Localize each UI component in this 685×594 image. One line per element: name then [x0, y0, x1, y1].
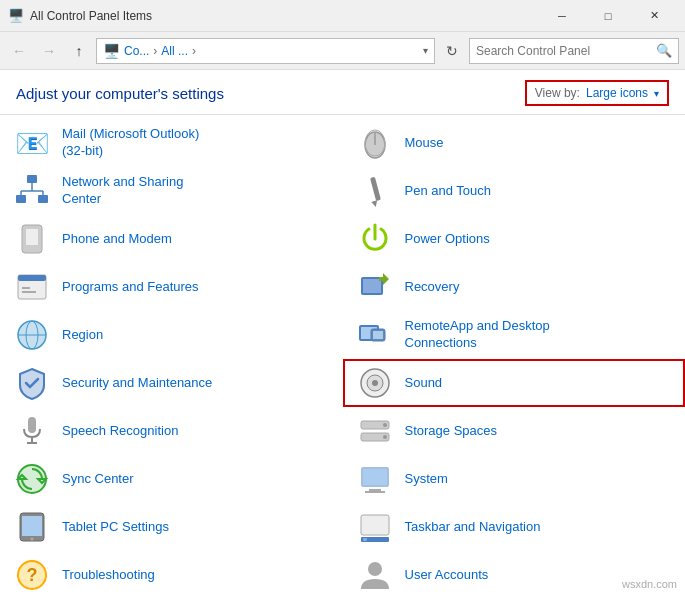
remote-icon	[355, 315, 395, 355]
content-header: Adjust your computer's settings View by:…	[0, 70, 685, 115]
svg-rect-28	[373, 331, 383, 339]
svg-point-47	[31, 538, 34, 541]
power-label: Power Options	[405, 231, 490, 248]
back-button[interactable]: ←	[6, 38, 32, 64]
svg-rect-3	[27, 175, 37, 183]
window-icon: 🖥️	[8, 8, 24, 24]
svg-rect-44	[365, 491, 385, 493]
svg-rect-19	[363, 279, 381, 293]
item-mouse[interactable]: Mouse	[343, 119, 686, 167]
sound-icon	[355, 363, 395, 403]
system-label: System	[405, 471, 448, 488]
svg-text:?: ?	[27, 565, 38, 585]
speech-icon	[12, 411, 52, 451]
item-power[interactable]: Power Options	[343, 215, 686, 263]
sync-label: Sync Center	[62, 471, 134, 488]
item-recovery[interactable]: Recovery	[343, 263, 686, 311]
item-region[interactable]: Region	[0, 311, 343, 359]
item-programs[interactable]: Programs and Features	[0, 263, 343, 311]
security-label: Security and Maintenance	[62, 375, 212, 392]
search-input[interactable]	[476, 44, 656, 58]
item-phone[interactable]: Phone and Modem	[0, 215, 343, 263]
trouble-label: Troubleshooting	[62, 567, 155, 584]
remote-label: RemoteApp and Desktop Connections	[405, 318, 550, 352]
main-content: Adjust your computer's settings View by:…	[0, 70, 685, 594]
region-icon	[12, 315, 52, 355]
network-label: Network and Sharing Center	[62, 174, 183, 208]
item-sound[interactable]: Sound	[343, 359, 686, 407]
forward-button[interactable]: →	[36, 38, 62, 64]
svg-rect-10	[369, 177, 380, 201]
navigation-bar: ← → ↑ 🖥️ Co... › All ... › ▾ ↻ 🔍	[0, 32, 685, 70]
mouse-label: Mouse	[405, 135, 444, 152]
phone-label: Phone and Modem	[62, 231, 172, 248]
item-trouble[interactable]: ?Troubleshooting	[0, 551, 343, 594]
address-bar: 🖥️ Co... › All ... › ▾	[96, 38, 435, 64]
svg-rect-4	[16, 195, 26, 203]
view-by-value[interactable]: Large icons	[586, 86, 648, 100]
svg-rect-48	[361, 515, 389, 535]
mail-label: Mail (Microsoft Outlook) (32-bit)	[62, 126, 199, 160]
item-security[interactable]: Security and Maintenance	[0, 359, 343, 407]
taskbar-icon	[355, 507, 395, 547]
recovery-label: Recovery	[405, 279, 460, 296]
phone-icon	[12, 219, 52, 259]
sound-label: Sound	[405, 375, 443, 392]
search-box: 🔍	[469, 38, 679, 64]
network-icon	[12, 171, 52, 211]
refresh-button[interactable]: ↻	[439, 38, 465, 64]
trouble-icon: ?	[12, 555, 52, 594]
svg-rect-13	[26, 229, 38, 245]
page-title: Adjust your computer's settings	[16, 85, 224, 102]
maximize-button[interactable]: □	[585, 0, 631, 32]
item-remote[interactable]: RemoteApp and Desktop Connections	[343, 311, 686, 359]
item-sync[interactable]: Sync Center	[0, 455, 343, 503]
item-storage[interactable]: Storage Spaces	[343, 407, 686, 455]
items-grid: 📧Mail (Microsoft Outlook) (32-bit)MouseN…	[0, 115, 685, 594]
user-label: User Accounts	[405, 567, 489, 584]
watermark: wsxdn.com	[622, 578, 677, 590]
address-dropdown-arrow[interactable]: ▾	[423, 45, 428, 56]
title-bar: 🖥️ All Control Panel Items ─ □ ✕	[0, 0, 685, 32]
svg-rect-32	[28, 417, 36, 433]
address-part-1[interactable]: Co...	[124, 44, 149, 58]
system-icon	[355, 459, 395, 499]
search-icon: 🔍	[656, 43, 672, 58]
sync-icon	[12, 459, 52, 499]
svg-rect-46	[22, 516, 42, 536]
window-controls: ─ □ ✕	[539, 0, 677, 32]
address-part-2[interactable]: All ...	[161, 44, 188, 58]
svg-rect-42	[363, 469, 387, 485]
power-icon	[355, 219, 395, 259]
item-pen[interactable]: Pen and Touch	[343, 167, 686, 215]
svg-point-38	[383, 435, 387, 439]
item-network[interactable]: Network and Sharing Center	[0, 167, 343, 215]
security-icon	[12, 363, 52, 403]
svg-rect-15	[18, 275, 46, 281]
items-container: 📧Mail (Microsoft Outlook) (32-bit)MouseN…	[0, 115, 685, 594]
up-button[interactable]: ↑	[66, 38, 92, 64]
item-tablet[interactable]: Tablet PC Settings	[0, 503, 343, 551]
tablet-label: Tablet PC Settings	[62, 519, 169, 536]
programs-label: Programs and Features	[62, 279, 199, 296]
close-button[interactable]: ✕	[631, 0, 677, 32]
item-system[interactable]: System	[343, 455, 686, 503]
view-by-arrow[interactable]: ▾	[654, 88, 659, 99]
region-label: Region	[62, 327, 103, 344]
window-title: All Control Panel Items	[30, 9, 539, 23]
mouse-icon	[355, 123, 395, 163]
svg-rect-5	[38, 195, 48, 203]
svg-point-54	[368, 562, 382, 576]
minimize-button[interactable]: ─	[539, 0, 585, 32]
mail-icon: 📧	[12, 123, 52, 163]
view-by-control[interactable]: View by: Large icons ▾	[525, 80, 669, 106]
taskbar-label: Taskbar and Navigation	[405, 519, 541, 536]
speech-label: Speech Recognition	[62, 423, 178, 440]
item-taskbar[interactable]: Taskbar and Navigation	[343, 503, 686, 551]
pen-icon	[355, 171, 395, 211]
svg-rect-17	[22, 291, 36, 293]
svg-marker-11	[371, 200, 378, 207]
svg-rect-50	[363, 538, 367, 541]
item-mail[interactable]: 📧Mail (Microsoft Outlook) (32-bit)	[0, 119, 343, 167]
item-speech[interactable]: Speech Recognition	[0, 407, 343, 455]
